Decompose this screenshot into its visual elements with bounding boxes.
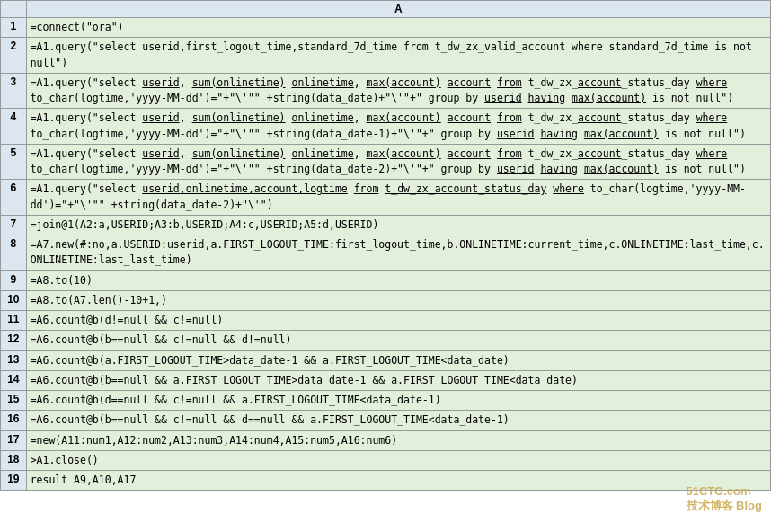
table-row: 4=A1.query("select userid, sum(onlinetim… [1, 109, 771, 145]
row-number: 2 [1, 38, 27, 74]
row-content: =A7.new(#:no,a.USERID:userid,a.FIRST_LOG… [26, 235, 770, 271]
row-number: 11 [1, 311, 27, 331]
row-content: =A6.count@b(d==null && c!=null && a.FIRS… [26, 391, 770, 411]
row-number: 7 [1, 215, 27, 235]
row-content: =connect("ora") [26, 18, 770, 38]
row-number: 12 [1, 331, 27, 350]
table-row: 19result A9,A10,A17 [1, 471, 771, 491]
row-number: 1 [1, 18, 27, 38]
row-num-header [1, 1, 27, 18]
row-content: =A1.query("select userid, sum(onlinetime… [26, 144, 770, 180]
spreadsheet-container: A 1=connect("ora")2=A1.query("select use… [0, 0, 771, 491]
watermark-line1: 51CTO.com [687, 484, 763, 498]
row-number: 17 [1, 430, 27, 450]
row-number: 13 [1, 350, 27, 370]
row-content: =A1.query("select userid, sum(onlinetime… [26, 73, 770, 109]
table-row: 3=A1.query("select userid, sum(onlinetim… [1, 73, 771, 109]
table-row: 5=A1.query("select userid, sum(onlinetim… [1, 144, 771, 180]
row-content: =A1.query("select userid,onlinetime,acco… [26, 180, 770, 216]
row-number: 6 [1, 180, 27, 216]
row-number: 10 [1, 290, 27, 310]
row-content: result A9,A10,A17 [26, 471, 770, 491]
table-row: 2=A1.query("select userid,first_logout_t… [1, 38, 771, 74]
row-number: 14 [1, 370, 27, 390]
row-content: =A6.count@b(d!=null && c!=null) [26, 311, 770, 331]
table-row: 10=A8.to(A7.len()-10+1,) [1, 290, 771, 310]
row-number: 16 [1, 411, 27, 430]
row-number: 3 [1, 73, 27, 109]
row-content: =A8.to(10) [26, 270, 770, 290]
table-row: 12=A6.count@b(b==null && c!=null && d!=n… [1, 331, 771, 350]
row-number: 4 [1, 109, 27, 145]
table-row: 1=connect("ora") [1, 18, 771, 38]
table-row: 17=new(A11:num1,A12:num2,A13:num3,A14:nu… [1, 430, 771, 450]
row-number: 8 [1, 235, 27, 271]
row-content: =A6.count@b(b==null && c!=null && d==nul… [26, 411, 770, 430]
data-table: A 1=connect("ora")2=A1.query("select use… [0, 0, 771, 491]
table-row: 9=A8.to(10) [1, 270, 771, 290]
table-row: 7=join@1(A2:a,USERID;A3:b,USERID;A4:c,US… [1, 215, 771, 235]
table-row: 11=A6.count@b(d!=null && c!=null) [1, 311, 771, 331]
watermark: 51CTO.com 技术博客 Blog [687, 484, 763, 514]
row-number: 9 [1, 270, 27, 290]
table-row: 16=A6.count@b(b==null && c!=null && d==n… [1, 411, 771, 430]
row-content: =A8.to(A7.len()-10+1,) [26, 290, 770, 310]
table-row: 14=A6.count@b(b==null && a.FIRST_LOGOUT_… [1, 370, 771, 390]
row-content: =join@1(A2:a,USERID;A3:b,USERID;A4:c,USE… [26, 215, 770, 235]
row-content: =A6.count@b(b==null && a.FIRST_LOGOUT_TI… [26, 370, 770, 390]
table-row: 15=A6.count@b(d==null && c!=null && a.FI… [1, 391, 771, 411]
table-row: 8=A7.new(#:no,a.USERID:userid,a.FIRST_LO… [1, 235, 771, 271]
row-content: =A6.count@b(b==null && c!=null && d!=nul… [26, 331, 770, 350]
table-row: 18>A1.close() [1, 450, 771, 470]
row-content: =A1.query("select userid,first_logout_ti… [26, 38, 770, 74]
table-row: 13=A6.count@b(a.FIRST_LOGOUT_TIME>data_d… [1, 350, 771, 370]
table-row: 6=A1.query("select userid,onlinetime,acc… [1, 180, 771, 216]
watermark-line2: 技术博客 Blog [687, 498, 763, 514]
row-content: >A1.close() [26, 450, 770, 470]
row-content: =A1.query("select userid, sum(onlinetime… [26, 109, 770, 145]
header-row: A [1, 1, 771, 18]
row-number: 18 [1, 450, 27, 470]
row-content: =A6.count@b(a.FIRST_LOGOUT_TIME>data_dat… [26, 350, 770, 370]
row-number: 19 [1, 471, 27, 491]
col-a-header: A [26, 1, 770, 18]
row-number: 15 [1, 391, 27, 411]
row-content: =new(A11:num1,A12:num2,A13:num3,A14:num4… [26, 430, 770, 450]
row-number: 5 [1, 144, 27, 180]
